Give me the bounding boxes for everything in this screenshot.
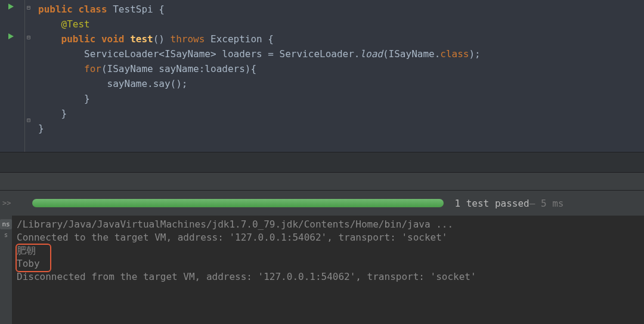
- code-token: class: [440, 48, 469, 60]
- code-content[interactable]: public class TestSpi { @Test public void…: [38, 0, 644, 152]
- code-token: }: [38, 108, 67, 119]
- code-token: Exception {: [210, 33, 274, 45]
- console-line: Disconnected from the target VM, address…: [17, 271, 476, 282]
- fold-column: ⊟ ⊟ ⊟: [25, 0, 38, 152]
- code-token: ServiceLoader<ISayName> loaders = Servic…: [38, 48, 360, 60]
- code-token: [38, 63, 84, 74]
- console-output[interactable]: /Library/Java/JavaVirtualMachines/jdk1.7…: [12, 216, 644, 324]
- code-token: public void: [61, 33, 131, 45]
- run-test-icon[interactable]: [8, 33, 18, 43]
- side-tabs[interactable]: ns s: [0, 216, 12, 324]
- console-line: 肥朝: [17, 245, 36, 256]
- console-line: Toby: [17, 258, 40, 269]
- code-method: test: [130, 33, 153, 45]
- code-token: (ISayName sayName:loaders){: [101, 63, 256, 74]
- editor-gutter: [0, 0, 25, 152]
- code-token: sayName.say();: [38, 78, 187, 89]
- test-progress-bar: [32, 199, 444, 207]
- expand-icon[interactable]: >>: [0, 199, 11, 207]
- code-token: }: [38, 123, 44, 134]
- fold-open-icon[interactable]: ⊟: [27, 4, 34, 11]
- test-passed-label: 1 test passed: [454, 198, 529, 209]
- code-token: }: [38, 93, 90, 104]
- run-test-icon[interactable]: [8, 4, 18, 13]
- fold-close-icon[interactable]: ⊟: [27, 117, 34, 124]
- panel-toolbar[interactable]: [0, 177, 644, 191]
- code-token: load: [360, 48, 383, 60]
- side-tab-label[interactable]: ns: [0, 219, 11, 229]
- code-annotation: @Test: [61, 18, 90, 30]
- side-tab-secondary[interactable]: s: [4, 232, 8, 238]
- panel-gap: [0, 173, 644, 177]
- code-token: [38, 18, 61, 30]
- code-token: (ISayName.: [383, 48, 440, 60]
- code-token: public class: [38, 4, 113, 15]
- code-token: (): [153, 33, 171, 45]
- test-progress-fill: [32, 199, 444, 207]
- code-token: for: [84, 63, 101, 74]
- test-time-label: – 5 ms: [530, 198, 564, 209]
- code-token: TestSpi {: [113, 4, 165, 15]
- test-status-bar: >> 1 test passed – 5 ms: [0, 191, 644, 216]
- console-panel: ns s /Library/Java/JavaVirtualMachines/j…: [0, 216, 644, 324]
- editor-divider: [0, 152, 644, 173]
- fold-open-icon[interactable]: ⊟: [27, 34, 34, 41]
- console-line: /Library/Java/JavaVirtualMachines/jdk1.7…: [17, 219, 453, 230]
- console-line: Connected to the target VM, address: '12…: [17, 232, 447, 243]
- code-editor[interactable]: ⊟ ⊟ ⊟ public class TestSpi { @Test publi…: [0, 0, 644, 152]
- code-token: throws: [171, 33, 210, 45]
- code-token: );: [469, 48, 480, 60]
- code-token: [38, 33, 61, 45]
